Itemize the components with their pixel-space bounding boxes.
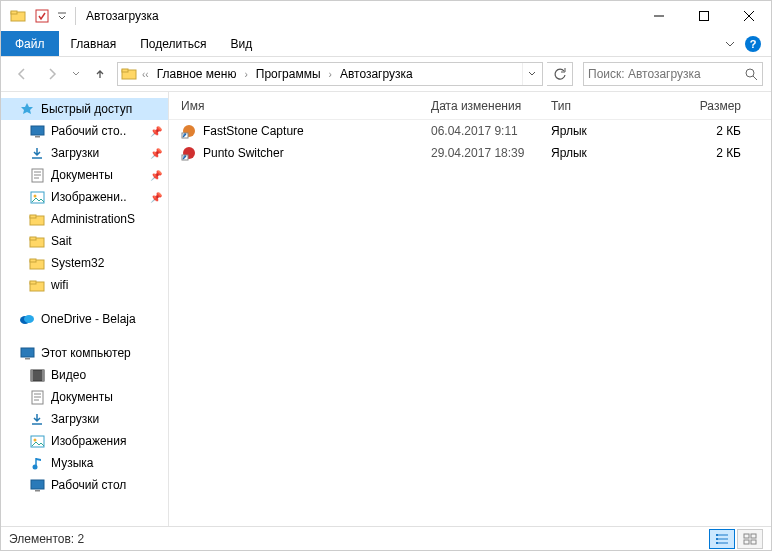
- column-type[interactable]: Тип: [551, 99, 661, 113]
- onedrive-root[interactable]: OneDrive - Belaja: [1, 308, 168, 330]
- file-size: 2 КБ: [661, 146, 771, 160]
- sidebar-label: Рабочий стол: [51, 478, 126, 492]
- sidebar-item[interactable]: Загрузки 📌: [1, 142, 168, 164]
- svg-rect-15: [30, 237, 36, 240]
- sidebar-item[interactable]: Видео: [1, 364, 168, 386]
- folder-icon: [29, 233, 45, 249]
- svg-rect-31: [31, 480, 44, 489]
- sidebar-label: Музыка: [51, 456, 93, 470]
- breadcrumb-item[interactable]: Программы: [252, 63, 325, 85]
- column-headers: Имя ⌃ Дата изменения Тип Размер: [169, 92, 771, 120]
- sidebar-item[interactable]: Документы: [1, 386, 168, 408]
- sidebar-item[interactable]: Загрузки: [1, 408, 168, 430]
- sidebar-item[interactable]: Музыка: [1, 452, 168, 474]
- sidebar-item[interactable]: Изображени.. 📌: [1, 186, 168, 208]
- refresh-button[interactable]: [547, 62, 573, 86]
- svg-rect-7: [31, 126, 44, 135]
- quick-access-toolbar: [7, 5, 69, 27]
- separator: [75, 7, 76, 25]
- pin-icon: 📌: [150, 170, 162, 181]
- svg-rect-26: [42, 370, 44, 381]
- svg-point-29: [33, 438, 36, 441]
- search-input[interactable]: [588, 67, 745, 81]
- svg-point-30: [32, 465, 37, 470]
- address-bar[interactable]: ‹‹ Главное меню › Программы › Автозагруз…: [117, 62, 543, 86]
- sidebar-label: AdministrationS: [51, 212, 135, 226]
- forward-button[interactable]: [39, 61, 65, 87]
- sidebar-label: Быстрый доступ: [41, 102, 132, 116]
- sidebar-label: Видео: [51, 368, 86, 382]
- quick-access-root[interactable]: Быстрый доступ: [1, 98, 168, 120]
- onedrive-icon: [19, 311, 35, 327]
- maximize-button[interactable]: [681, 1, 726, 31]
- chevron-icon[interactable]: ‹‹: [140, 69, 151, 80]
- title-bar: Автозагрузка: [1, 1, 771, 31]
- svg-rect-22: [21, 348, 34, 357]
- sidebar-label: Рабочий сто..: [51, 124, 126, 138]
- sidebar-item[interactable]: Sait: [1, 230, 168, 252]
- back-button[interactable]: [9, 61, 35, 87]
- file-date: 29.04.2017 18:39: [431, 146, 551, 160]
- svg-rect-23: [25, 358, 30, 360]
- up-button[interactable]: [87, 61, 113, 87]
- home-tab[interactable]: Главная: [59, 31, 129, 56]
- shortcut-icon: [181, 145, 197, 161]
- sidebar-item[interactable]: Изображения: [1, 430, 168, 452]
- view-tab[interactable]: Вид: [218, 31, 264, 56]
- folder-icon: [120, 65, 138, 83]
- sidebar-item[interactable]: AdministrationS: [1, 208, 168, 230]
- this-pc-root[interactable]: Этот компьютер: [1, 342, 168, 364]
- properties-icon[interactable]: [31, 5, 53, 27]
- close-button[interactable]: [726, 1, 771, 31]
- help-icon[interactable]: ?: [745, 36, 761, 52]
- folder-icon: [29, 277, 45, 293]
- sidebar-item[interactable]: Документы 📌: [1, 164, 168, 186]
- svg-rect-25: [31, 370, 33, 381]
- column-name[interactable]: Имя ⌃: [181, 99, 431, 113]
- file-row[interactable]: FastStone Capture 06.04.2017 9:11 Ярлык …: [169, 120, 771, 142]
- svg-rect-1: [11, 11, 17, 14]
- svg-point-21: [24, 315, 34, 323]
- search-box[interactable]: [583, 62, 763, 86]
- svg-rect-5: [122, 69, 128, 72]
- sidebar-item[interactable]: wifi: [1, 274, 168, 296]
- navigation-pane[interactable]: Быстрый доступ Рабочий сто.. 📌 Загрузки …: [1, 92, 169, 526]
- svg-rect-17: [30, 259, 36, 262]
- details-view-button[interactable]: [709, 529, 735, 549]
- file-size: 2 КБ: [661, 124, 771, 138]
- sidebar-item[interactable]: System32: [1, 252, 168, 274]
- sidebar-item[interactable]: Рабочий сто.. 📌: [1, 120, 168, 142]
- pin-icon: 📌: [150, 126, 162, 137]
- column-size[interactable]: Размер: [661, 99, 771, 113]
- svg-rect-13: [30, 215, 36, 218]
- breadcrumb-item[interactable]: Автозагрузка: [336, 63, 417, 85]
- expand-ribbon-icon[interactable]: [721, 39, 739, 49]
- file-type: Ярлык: [551, 124, 661, 138]
- folder-icon[interactable]: [7, 5, 29, 27]
- chevron-right-icon[interactable]: ›: [327, 69, 334, 80]
- share-tab[interactable]: Поделиться: [128, 31, 218, 56]
- sidebar-item[interactable]: Рабочий стол: [1, 474, 168, 496]
- sidebar-label: System32: [51, 256, 104, 270]
- thumbnails-view-button[interactable]: [737, 529, 763, 549]
- svg-rect-40: [751, 540, 756, 544]
- window-title: Автозагрузка: [86, 9, 159, 23]
- minimize-button[interactable]: [636, 1, 681, 31]
- file-name: Punto Switcher: [203, 146, 284, 160]
- file-date: 06.04.2017 9:11: [431, 124, 551, 138]
- svg-rect-3: [699, 12, 708, 21]
- breadcrumb-item[interactable]: Главное меню: [153, 63, 241, 85]
- window-controls: [636, 1, 771, 31]
- chevron-right-icon[interactable]: ›: [242, 69, 249, 80]
- content-area: Быстрый доступ Рабочий сто.. 📌 Загрузки …: [1, 91, 771, 526]
- file-row[interactable]: Punto Switcher 29.04.2017 18:39 Ярлык 2 …: [169, 142, 771, 164]
- file-tab[interactable]: Файл: [1, 31, 59, 56]
- download-icon: [29, 145, 45, 161]
- search-icon[interactable]: [745, 68, 758, 81]
- address-dropdown-icon[interactable]: [522, 63, 540, 85]
- column-label: Имя: [181, 99, 204, 113]
- qat-dropdown-icon[interactable]: [55, 5, 69, 27]
- image-icon: [29, 189, 45, 205]
- pin-icon: 📌: [150, 148, 162, 159]
- recent-dropdown[interactable]: [69, 61, 83, 87]
